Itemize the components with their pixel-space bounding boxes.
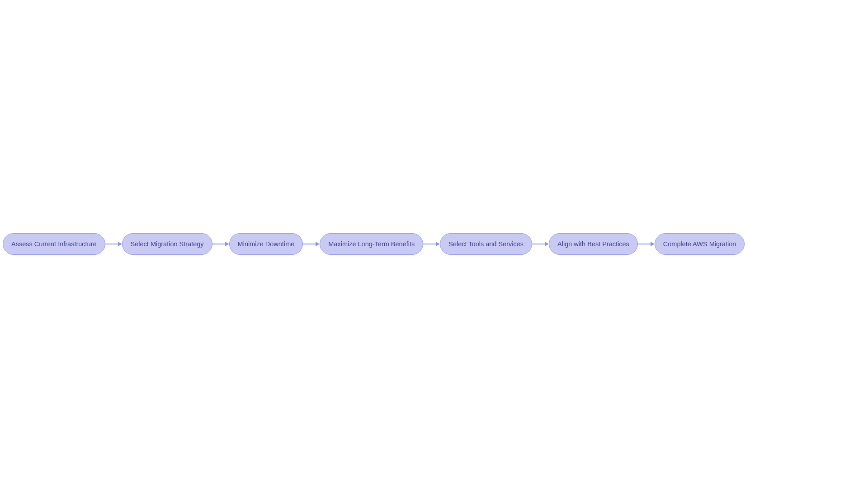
- arrow-right-icon: [436, 242, 440, 246]
- node-complete-aws-migration: Complete AWS Migration: [655, 233, 745, 255]
- connector-line: [532, 244, 545, 244]
- node-select-tools-and-services: Select Tools and Services: [440, 233, 532, 255]
- connector-line: [423, 244, 436, 244]
- connector-line: [638, 244, 651, 244]
- node-label: Maximize Long-Term Benefits: [328, 240, 415, 248]
- connector-line: [303, 244, 316, 244]
- connector: [423, 239, 440, 249]
- connector-line: [212, 244, 225, 244]
- connector: [105, 239, 122, 249]
- connector-line: [105, 244, 118, 244]
- arrow-right-icon: [118, 242, 122, 246]
- arrow-right-icon: [651, 242, 655, 246]
- node-label: Select Tools and Services: [448, 240, 524, 248]
- node-align-with-best-practices: Align with Best Practices: [549, 233, 638, 255]
- flow-diagram: Assess Current Infrastructure Select Mig…: [0, 233, 868, 255]
- node-label: Minimize Downtime: [238, 240, 295, 248]
- connector: [212, 239, 229, 249]
- node-label: Align with Best Practices: [557, 240, 629, 248]
- node-minimize-downtime: Minimize Downtime: [229, 233, 303, 255]
- arrow-right-icon: [225, 242, 229, 246]
- connector: [532, 239, 549, 249]
- node-label: Assess Current Infrastructure: [11, 240, 97, 248]
- node-label: Complete AWS Migration: [663, 240, 736, 248]
- arrow-right-icon: [545, 242, 549, 246]
- arrow-right-icon: [316, 242, 320, 246]
- node-select-migration-strategy: Select Migration Strategy: [122, 233, 212, 255]
- node-label: Select Migration Strategy: [131, 240, 204, 248]
- connector: [638, 239, 655, 249]
- connector: [303, 239, 320, 249]
- node-maximize-long-term-benefits: Maximize Long-Term Benefits: [320, 233, 423, 255]
- node-assess-current-infrastructure: Assess Current Infrastructure: [3, 233, 105, 255]
